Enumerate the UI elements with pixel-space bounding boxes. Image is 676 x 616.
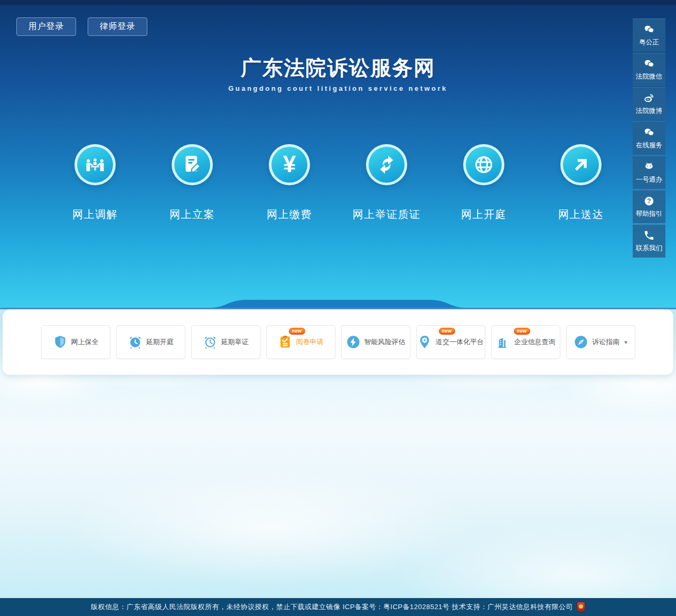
page: 用户登录 律师登录 广东法院诉讼服务网 Guangdong court liti…: [0, 0, 676, 616]
service-label: 网上送达: [558, 207, 604, 222]
lawyer-login-button[interactable]: 律师登录: [88, 17, 147, 36]
service-circle[interactable]: [74, 144, 116, 185]
service-circle[interactable]: [560, 144, 602, 185]
side-nav-item[interactable]: 在线服务: [633, 121, 665, 155]
quick-link-card[interactable]: 网上保全: [41, 325, 110, 359]
side-nav-item[interactable]: 联系我们: [633, 224, 665, 258]
alarm-icon: [128, 335, 143, 349]
service-label: 网上开庭: [461, 207, 506, 222]
quick-link-card[interactable]: 智能风险评估: [341, 325, 410, 359]
robot-icon: [643, 161, 655, 173]
side-nav-item[interactable]: ?帮助指引: [633, 190, 665, 223]
service-label: 网上调解: [72, 207, 118, 222]
quick-link-card[interactable]: new企业信息查询: [491, 325, 560, 359]
quick-link-label: 网上保全: [71, 337, 99, 347]
online-court-icon: [473, 154, 494, 175]
phone-icon: [643, 230, 655, 241]
chat-icon: [643, 127, 655, 138]
quick-links-panel: 网上保全延期开庭延期举证new阅卷申请智能风险评估new道交一体化平台new企业…: [3, 309, 673, 375]
alarm-outline-icon: [203, 335, 218, 349]
copyright-text: 版权信息：广东省高级人民法院版权所有，未经协议授权，禁止下载或建立镜像 ICP备…: [91, 602, 573, 612]
service-item[interactable]: 网上举证质证: [338, 144, 435, 222]
new-badge: new: [289, 328, 305, 335]
quick-link-card[interactable]: new道交一体化平台: [416, 325, 485, 359]
side-nav-label: 粤公正: [639, 38, 659, 47]
new-badge: new: [514, 328, 530, 335]
service-label: 网上立案: [170, 207, 215, 222]
service-label: 网上举证质证: [353, 207, 421, 222]
quick-link-card[interactable]: 诉讼指南▾: [566, 325, 635, 359]
wechat-icon: [643, 58, 655, 70]
site-subtitle: Guangdong court litigation service netwo…: [0, 84, 676, 92]
quick-link-label: 诉讼指南: [592, 337, 619, 347]
top-accent-bar: [0, 0, 676, 5]
quick-link-card[interactable]: 延期举证: [191, 325, 260, 359]
service-label: 网上缴费: [267, 207, 312, 222]
litigation-guide-icon: [574, 335, 588, 349]
side-nav-label: 法院微信: [636, 72, 662, 81]
shield-icon: [53, 335, 68, 349]
quick-link-label: 延期开庭: [146, 337, 174, 347]
service-circle[interactable]: ¥: [269, 144, 310, 185]
service-item[interactable]: ¥网上缴费: [241, 144, 338, 222]
service-circle[interactable]: [463, 144, 504, 185]
footer: 版权信息：广东省高级人民法院版权所有，未经协议授权，禁止下载或建立镜像 ICP备…: [0, 598, 676, 616]
new-badge: new: [439, 328, 455, 335]
side-nav-label: 联系我们: [636, 244, 662, 253]
side-nav-label: 在线服务: [636, 141, 662, 150]
quick-links-row: 网上保全延期开庭延期举证new阅卷申请智能风险评估new道交一体化平台new企业…: [41, 325, 635, 359]
delivery-icon: [570, 154, 592, 175]
quick-link-label: 延期举证: [221, 337, 249, 347]
user-login-button[interactable]: 用户登录: [16, 17, 76, 36]
side-nav-item[interactable]: 粤公正: [633, 18, 665, 52]
side-nav-item[interactable]: 法院微信: [633, 53, 665, 86]
chevron-down-icon: ▾: [624, 339, 627, 346]
service-item[interactable]: 网上送达: [532, 144, 630, 222]
side-nav-label: 一号通办: [636, 175, 662, 184]
quick-link-label: 道交一体化平台: [436, 337, 484, 347]
question-icon: ?: [643, 195, 655, 207]
enterprise-info-icon: [496, 335, 511, 349]
site-title: 广东法院诉讼服务网: [0, 54, 676, 82]
svg-text:?: ?: [647, 197, 651, 205]
traffic-platform-icon: [417, 335, 432, 349]
service-item[interactable]: 网上立案: [144, 144, 241, 222]
service-item[interactable]: 网上开庭: [435, 144, 532, 222]
login-button-row: 用户登录 律师登录: [0, 5, 676, 36]
wechat-icon: [643, 24, 655, 35]
risk-assessment-icon: [346, 335, 361, 349]
side-nav: 粤公正法院微信法院微博在线服务一号通办?帮助指引联系我们: [633, 18, 665, 259]
mediation-icon: [84, 154, 106, 175]
weibo-icon: [643, 92, 655, 104]
sky-section: 网上保全延期开庭延期举证new阅卷申请智能风险评估new道交一体化平台new企业…: [0, 309, 676, 598]
site-title-block: 广东法院诉讼服务网 Guangdong court litigation ser…: [0, 54, 676, 92]
payment-icon: ¥: [283, 154, 296, 176]
security-record-emblem-icon[interactable]: [577, 602, 585, 612]
side-nav-label: 法院微博: [636, 107, 662, 116]
hero-section: 用户登录 律师登录 广东法院诉讼服务网 Guangdong court liti…: [0, 5, 676, 308]
side-nav-item[interactable]: 法院微博: [633, 87, 665, 120]
quick-link-label: 阅卷申请: [296, 337, 324, 347]
case-filing-icon: [182, 154, 203, 175]
file-review-icon: [278, 335, 293, 349]
service-circle[interactable]: [172, 144, 213, 185]
service-circle[interactable]: [366, 144, 407, 185]
quick-link-label: 智能风险评估: [364, 337, 406, 347]
side-nav-label: 帮助指引: [636, 210, 662, 219]
evidence-exchange-icon: [376, 154, 397, 175]
side-nav-item[interactable]: 一号通办: [633, 156, 665, 189]
quick-link-card[interactable]: 延期开庭: [116, 325, 185, 359]
wave-hump-shape: [211, 300, 465, 308]
service-item[interactable]: 网上调解: [46, 144, 144, 222]
service-circle-row: 网上调解网上立案¥网上缴费网上举证质证网上开庭网上送达: [46, 144, 630, 222]
quick-link-label: 企业信息查询: [514, 337, 556, 347]
quick-link-card[interactable]: new阅卷申请: [266, 325, 335, 359]
